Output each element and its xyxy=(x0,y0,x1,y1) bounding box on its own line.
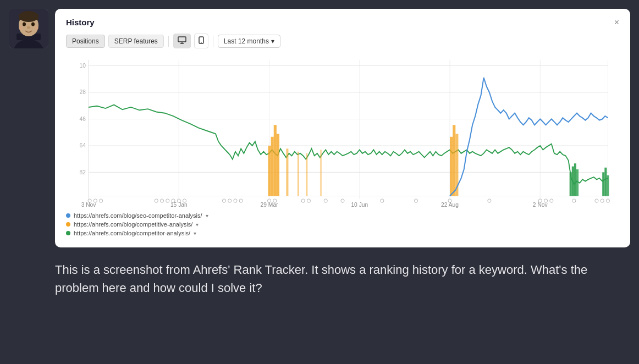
toolbar-divider-2 xyxy=(213,36,213,47)
svg-point-79 xyxy=(606,199,609,202)
legend-url-blue: https://ahrefs.com/blog/seo-competitor-a… xyxy=(74,212,202,219)
svg-text:28: 28 xyxy=(80,89,86,95)
svg-rect-49 xyxy=(607,175,609,196)
svg-point-62 xyxy=(239,199,243,202)
tab-serp-features[interactable]: SERP features xyxy=(108,35,164,48)
svg-rect-5 xyxy=(19,14,38,20)
svg-rect-34 xyxy=(274,125,277,196)
legend-url-green: https://ahrefs.com/blog/competitor-analy… xyxy=(74,230,190,236)
svg-rect-40 xyxy=(450,137,453,196)
legend-item-orange: https://ahrefs.com/blog/competitive-anal… xyxy=(66,221,619,228)
toolbar: Positions SERP features Last 12 months ▾ xyxy=(66,34,619,48)
svg-point-54 xyxy=(160,199,163,202)
svg-point-13 xyxy=(201,42,202,43)
svg-rect-46 xyxy=(576,169,579,196)
mobile-icon-button[interactable] xyxy=(194,34,208,48)
chart-container: 10 28 46 64 82 xyxy=(66,54,619,208)
svg-point-60 xyxy=(228,199,232,202)
svg-point-70 xyxy=(414,199,417,202)
svg-point-61 xyxy=(234,199,237,202)
svg-point-59 xyxy=(222,199,225,202)
svg-point-7 xyxy=(31,23,35,26)
svg-point-76 xyxy=(572,199,576,202)
svg-rect-48 xyxy=(604,168,607,196)
legend-item-green: https://ahrefs.com/blog/competitor-analy… xyxy=(66,230,619,236)
history-card: History × Positions SERP features xyxy=(55,9,630,247)
svg-point-72 xyxy=(488,199,491,202)
svg-text:82: 82 xyxy=(80,168,86,175)
legend-dot-orange xyxy=(66,222,70,227)
svg-point-55 xyxy=(166,199,169,202)
svg-rect-11 xyxy=(178,37,186,42)
svg-rect-47 xyxy=(602,172,604,196)
svg-text:15 Jan: 15 Jan xyxy=(170,201,188,208)
svg-point-9 xyxy=(19,26,23,30)
svg-point-52 xyxy=(100,199,103,202)
svg-point-77 xyxy=(595,199,598,202)
legend-arrow-green[interactable]: ▾ xyxy=(194,230,196,236)
svg-point-6 xyxy=(23,23,26,26)
message-text: This is a screenshot from Ahrefs' Rank T… xyxy=(55,261,630,297)
svg-rect-32 xyxy=(268,146,271,196)
svg-text:2 Nov: 2 Nov xyxy=(533,201,548,208)
svg-rect-38 xyxy=(306,153,307,196)
svg-text:46: 46 xyxy=(80,115,86,122)
svg-point-75 xyxy=(550,199,553,202)
svg-rect-41 xyxy=(453,125,455,196)
legend-arrow-blue[interactable]: ▾ xyxy=(206,213,208,219)
svg-text:64: 64 xyxy=(80,142,86,148)
legend-item-blue: https://ahrefs.com/blog/seo-competitor-a… xyxy=(66,212,619,219)
svg-rect-43 xyxy=(570,172,572,196)
svg-point-68 xyxy=(341,199,344,202)
svg-point-8 xyxy=(27,26,30,29)
svg-text:29 Mar: 29 Mar xyxy=(261,201,278,208)
svg-point-53 xyxy=(155,199,158,202)
svg-point-78 xyxy=(601,199,604,202)
svg-rect-36 xyxy=(286,148,288,196)
svg-point-65 xyxy=(301,199,305,202)
avatar-image xyxy=(9,9,48,48)
svg-text:3 Nov: 3 Nov xyxy=(81,201,97,208)
svg-text:22 Aug: 22 Aug xyxy=(441,201,459,208)
svg-rect-39 xyxy=(320,150,322,196)
svg-point-10 xyxy=(34,26,38,30)
svg-point-69 xyxy=(381,199,384,202)
card-title: History xyxy=(66,18,95,27)
svg-point-66 xyxy=(307,199,310,202)
legend-url-orange: https://ahrefs.com/blog/competitive-anal… xyxy=(74,221,192,228)
top-section: History × Positions SERP features xyxy=(9,9,630,247)
svg-rect-45 xyxy=(574,163,576,196)
legend-dot-blue xyxy=(66,213,70,218)
svg-text:10 Jun: 10 Jun xyxy=(351,201,368,208)
period-label: Last 12 months xyxy=(224,37,269,45)
svg-rect-35 xyxy=(277,134,279,196)
close-button[interactable]: × xyxy=(614,18,619,27)
chart-legend: https://ahrefs.com/blog/seo-competitor-a… xyxy=(66,212,619,236)
message-section: This is a screenshot from Ahrefs' Rank T… xyxy=(9,261,630,297)
svg-rect-37 xyxy=(298,152,299,196)
legend-dot-green xyxy=(66,231,70,235)
mobile-icon xyxy=(199,36,204,44)
toolbar-divider xyxy=(168,36,169,47)
svg-point-67 xyxy=(324,199,327,202)
avatar xyxy=(9,9,48,48)
chart-svg: 10 28 46 64 82 xyxy=(66,54,619,208)
period-button[interactable]: Last 12 months ▾ xyxy=(218,35,280,48)
svg-rect-33 xyxy=(271,137,274,196)
desktop-icon xyxy=(178,36,186,44)
legend-arrow-orange[interactable]: ▾ xyxy=(196,222,199,228)
desktop-icon-button[interactable] xyxy=(173,34,191,48)
svg-text:10: 10 xyxy=(80,62,86,69)
tab-positions[interactable]: Positions xyxy=(66,35,105,48)
svg-rect-44 xyxy=(572,167,574,196)
period-arrow: ▾ xyxy=(271,37,274,45)
card-header: History × xyxy=(66,18,619,27)
